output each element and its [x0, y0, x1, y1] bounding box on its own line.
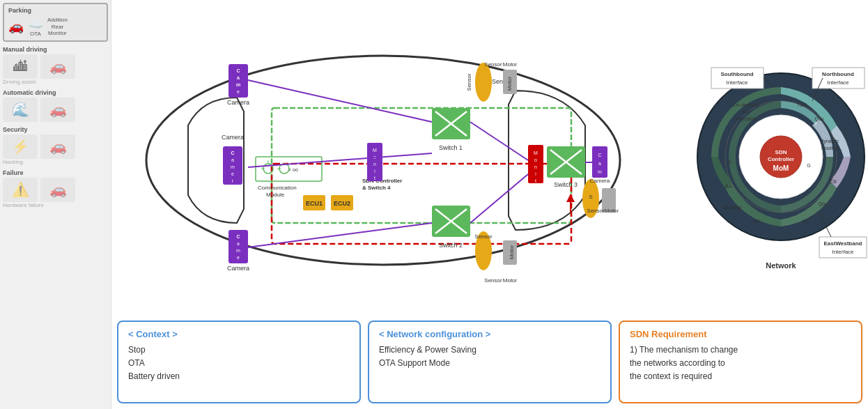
- failure-icon-warning: ⚠️: [3, 178, 38, 202]
- svg-text:e: e: [231, 171, 234, 176]
- driving-assist-label: Driving assist: [3, 79, 108, 85]
- network-content: Efficiency & Power Saving OTA Support Mo…: [379, 344, 600, 370]
- svg-text:Switch 2: Switch 2: [439, 242, 463, 249]
- context-title: < Context >: [128, 329, 350, 339]
- svg-text:Communication: Communication: [258, 185, 297, 191]
- svg-text:Switch 3: Switch 3: [554, 181, 578, 188]
- svg-text:a: a: [598, 161, 601, 166]
- svg-text:BW: BW: [742, 109, 750, 114]
- svg-text:m: m: [236, 248, 240, 253]
- svg-text:Module: Module: [266, 192, 285, 198]
- svg-text:D: D: [728, 160, 731, 164]
- svg-text:Switch 1: Switch 1: [439, 144, 463, 151]
- svg-text:Interface: Interface: [726, 79, 748, 86]
- hardware-failure-label: Hardware failure: [3, 202, 108, 208]
- manual-icons: 🏙 🚗: [3, 54, 108, 79]
- manual-icon-city: 🏙: [3, 54, 38, 79]
- svg-text:SDN: SDN: [775, 149, 787, 155]
- auto-icon-wave: 🌊: [3, 98, 38, 122]
- svg-text:Motor: Motor: [506, 76, 513, 91]
- sdn-content: 1) The mechanism to change the networks …: [630, 344, 851, 384]
- svg-text:Allocation: Allocation: [736, 116, 757, 121]
- circular-svg: SDN Controller MoM Southbound Interface …: [666, 3, 868, 310]
- svg-text:e: e: [237, 89, 240, 94]
- parking-icon-car: 🚗: [8, 19, 24, 34]
- sdn-line-1: 1) The mechanism to change: [630, 344, 851, 357]
- bottom-panels: < Context > Stop OTA Battery driven < Ne…: [111, 315, 868, 409]
- sidebar-section-auto: Automatic driving 🌊 🚗: [3, 89, 108, 122]
- manual-title: Manual driving: [3, 46, 108, 53]
- svg-text:m: m: [236, 82, 240, 87]
- parking-row: 🚗 ☁️ OTA AdditionRearMonitor: [8, 16, 102, 38]
- svg-text:AS: AS: [802, 219, 809, 224]
- sdn-line-3: the context is required: [630, 370, 851, 383]
- sidebar-section-manual: Manual driving 🏙 🚗 Driving assist: [3, 46, 108, 85]
- network-title: < Network configuration >: [379, 329, 600, 339]
- svg-text:Qbv: Qbv: [819, 201, 828, 207]
- svg-text:a: a: [231, 157, 234, 162]
- svg-text:Sensor: Sensor: [587, 208, 605, 214]
- svg-text:BA: BA: [725, 184, 732, 189]
- panel-network: < Network configuration > Efficiency & P…: [368, 321, 612, 403]
- svg-text:C: C: [236, 68, 240, 73]
- svg-text:Camera: Camera: [222, 134, 244, 141]
- parking-icon-cloud: ☁️ OTA: [28, 16, 43, 38]
- svg-text:= oo: = oo: [288, 167, 298, 172]
- svg-text:n: n: [373, 162, 376, 167]
- car-icon: 🚗: [8, 19, 24, 34]
- svg-text:ECU2: ECU2: [334, 200, 350, 207]
- security-icon-car4: 🚗: [40, 134, 75, 159]
- svg-text:Motor: Motor: [509, 245, 515, 259]
- svg-text:m: m: [231, 164, 235, 169]
- svg-text:Routing: Routing: [821, 146, 838, 151]
- panel-sdn: SDN Requirement 1) The mechanism to chan…: [619, 321, 862, 403]
- parking-box: Parking 🚗 ☁️ OTA AdditionRearMonitor: [3, 3, 108, 42]
- manual-icon-car2: 🚗: [40, 54, 75, 79]
- network-line-1: Efficiency & Power Saving: [379, 344, 600, 357]
- svg-text:C: C: [231, 151, 234, 155]
- svg-text:Motor: Motor: [503, 61, 518, 68]
- svg-text:Sensor: Sensor: [466, 73, 472, 91]
- svg-text:Dynamic: Dynamic: [820, 139, 839, 144]
- svg-text:n: n: [534, 164, 537, 169]
- svg-text:Motor: Motor: [503, 277, 518, 284]
- svg-text:M: M: [534, 151, 538, 155]
- svg-text:Camera: Camera: [227, 99, 249, 106]
- auto-icons: 🌊 🚗: [3, 98, 108, 122]
- network-line-2: OTA Support Mode: [379, 357, 600, 370]
- svg-text:G: G: [807, 163, 810, 168]
- svg-text:S: S: [589, 194, 592, 200]
- context-line-2: OTA: [128, 357, 350, 370]
- failure-icon-car5: 🚗: [40, 178, 75, 202]
- sidebar-section-security: Security ⚡ 🚗 Hacking: [3, 126, 108, 165]
- security-icon-bolt: ⚡: [3, 134, 38, 159]
- parking-title: Parking: [8, 7, 102, 14]
- failure-title: Failure: [3, 169, 108, 176]
- main-diagram: C a m e Camera C a m e r Camera C a m e …: [111, 0, 634, 317]
- svg-text:Interface: Interface: [832, 249, 854, 255]
- circular-diagram: SDN Controller MoM Southbound Interface …: [666, 3, 868, 310]
- svg-text:Sensor: Sensor: [474, 233, 493, 240]
- cloud-icon: ☁️: [28, 16, 43, 31]
- panel-context: < Context > Stop OTA Battery driven: [117, 321, 361, 403]
- sidebar: Parking 🚗 ☁️ OTA AdditionRearMonitor Man…: [0, 0, 111, 409]
- sdn-line-2: the networks according to: [630, 357, 851, 370]
- svg-text:Blocking: Blocking: [723, 205, 742, 210]
- svg-text:Northbound: Northbound: [822, 71, 854, 77]
- security-icons: ⚡ 🚗: [3, 134, 108, 159]
- sdn-title: SDN Requirement: [630, 329, 851, 339]
- svg-text:Network: Network: [766, 261, 796, 270]
- failure-icons: ⚠️ 🚗: [3, 178, 108, 202]
- svg-text:M: M: [373, 148, 377, 153]
- auto-title: Automatic driving: [3, 89, 108, 96]
- svg-text:a: a: [237, 75, 240, 80]
- svg-text:Interface: Interface: [827, 79, 849, 86]
- svg-text:m: m: [598, 169, 602, 174]
- svg-text:Sensor: Sensor: [484, 277, 502, 284]
- sidebar-section-parking: Parking 🚗 ☁️ OTA AdditionRearMonitor: [3, 3, 108, 42]
- security-title: Security: [3, 126, 108, 133]
- svg-text:Controller: Controller: [768, 156, 794, 162]
- svg-text:a: a: [237, 241, 240, 246]
- svg-text:Qav: Qav: [815, 116, 824, 122]
- context-line-3: Battery driven: [128, 370, 350, 383]
